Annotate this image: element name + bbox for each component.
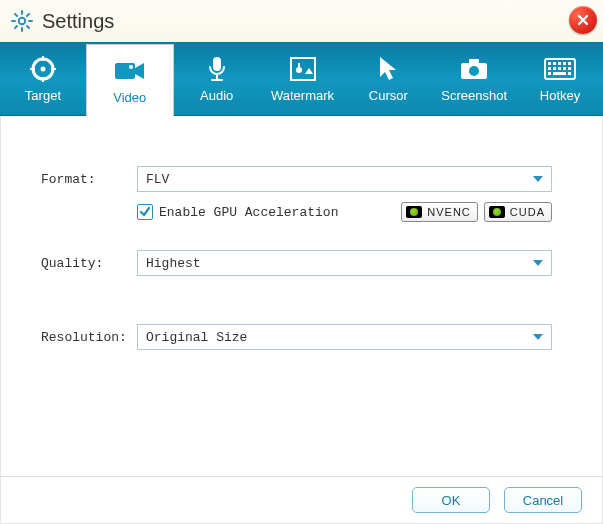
svg-rect-5	[213, 57, 221, 71]
quality-select[interactable]: Highest	[137, 250, 552, 276]
svg-rect-22	[548, 72, 551, 75]
svg-rect-14	[558, 62, 561, 65]
audio-icon	[205, 54, 229, 84]
svg-rect-6	[291, 58, 315, 80]
gear-icon	[10, 9, 34, 33]
svg-point-4	[129, 65, 133, 69]
ok-button[interactable]: OK	[412, 487, 490, 513]
tab-label: Screenshot	[441, 88, 507, 103]
chevron-down-icon	[533, 176, 543, 182]
quality-label: Quality:	[41, 256, 137, 271]
format-value: FLV	[146, 172, 169, 187]
tab-video[interactable]: Video	[86, 44, 174, 116]
tab-label: Hotkey	[540, 88, 580, 103]
cancel-button[interactable]: Cancel	[504, 487, 582, 513]
cursor-icon	[377, 54, 399, 84]
nvidia-icon	[406, 206, 422, 218]
footer: OK Cancel	[0, 476, 603, 524]
svg-rect-9	[469, 59, 479, 64]
tab-strip: Target Video Audio Watermark Cursor Scre…	[0, 42, 603, 116]
tab-cursor[interactable]: Cursor	[345, 42, 431, 115]
gpu-row: Enable GPU Acceleration NVENC CUDA	[137, 202, 562, 222]
chevron-down-icon	[533, 260, 543, 266]
tab-target[interactable]: Target	[0, 42, 86, 115]
title-bar: Settings	[0, 0, 603, 42]
svg-rect-15	[563, 62, 566, 65]
resolution-select[interactable]: Original Size	[137, 324, 552, 350]
video-icon	[114, 56, 146, 86]
tab-label: Watermark	[271, 88, 334, 103]
svg-rect-13	[553, 62, 556, 65]
svg-point-7	[296, 67, 302, 73]
tab-watermark[interactable]: Watermark	[260, 42, 346, 115]
chevron-down-icon	[533, 334, 543, 340]
tab-label: Target	[25, 88, 61, 103]
tab-label: Cursor	[369, 88, 408, 103]
svg-rect-18	[553, 67, 556, 70]
screenshot-icon	[459, 54, 489, 84]
resolution-value: Original Size	[146, 330, 247, 345]
tab-hotkey[interactable]: Hotkey	[517, 42, 603, 115]
svg-rect-19	[558, 67, 561, 70]
cuda-text: CUDA	[510, 206, 545, 218]
resolution-label: Resolution:	[41, 330, 137, 345]
tab-audio[interactable]: Audio	[174, 42, 260, 115]
settings-panel: Format: FLV Enable GPU Acceleration NVEN…	[0, 116, 603, 476]
watermark-icon	[289, 54, 317, 84]
close-button[interactable]	[569, 6, 597, 34]
hotkey-icon	[544, 54, 576, 84]
tab-screenshot[interactable]: Screenshot	[431, 42, 517, 115]
svg-rect-16	[568, 62, 571, 65]
nvenc-badge: NVENC	[401, 202, 478, 222]
tab-label: Audio	[200, 88, 233, 103]
nvenc-text: NVENC	[427, 206, 471, 218]
quality-row: Quality: Highest	[41, 250, 562, 276]
format-row: Format: FLV	[41, 166, 562, 192]
svg-rect-24	[568, 72, 571, 75]
target-icon	[29, 54, 57, 84]
resolution-row: Resolution: Original Size	[41, 324, 562, 350]
gpu-label: Enable GPU Acceleration	[159, 205, 338, 220]
svg-point-2	[40, 67, 45, 72]
svg-point-10	[469, 66, 479, 76]
quality-value: Highest	[146, 256, 201, 271]
tab-label: Video	[113, 90, 146, 105]
svg-rect-17	[548, 67, 551, 70]
nvidia-icon	[489, 206, 505, 218]
svg-point-0	[19, 18, 25, 24]
svg-rect-23	[553, 72, 566, 75]
gpu-checkbox[interactable]	[137, 204, 153, 220]
cuda-badge: CUDA	[484, 202, 552, 222]
window-title: Settings	[42, 10, 114, 33]
format-select[interactable]: FLV	[137, 166, 552, 192]
format-label: Format:	[41, 172, 137, 187]
svg-rect-12	[548, 62, 551, 65]
svg-rect-21	[568, 67, 571, 70]
svg-rect-20	[563, 67, 566, 70]
